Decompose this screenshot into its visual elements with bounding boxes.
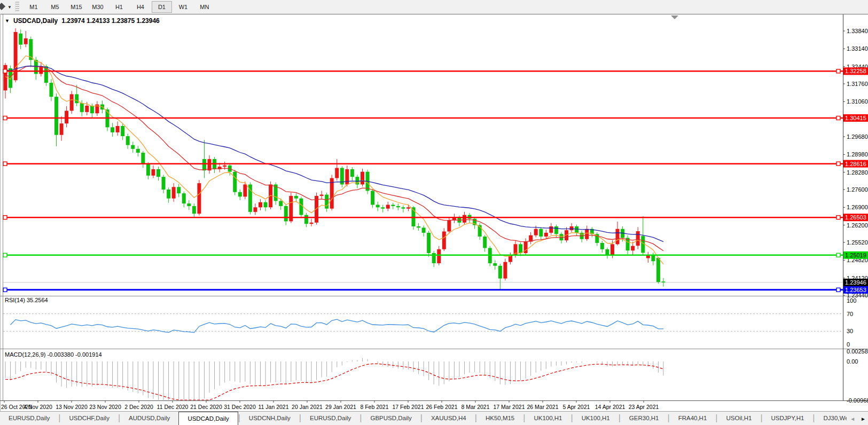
chart-tab-bar: EURUSD,Daily|USDCHF,Daily|AUDUSD,DailyUS… bbox=[0, 411, 868, 425]
svg-text:1.31060: 1.31060 bbox=[847, 98, 868, 105]
tab-usdjpy-h1[interactable]: USDJPY,H1 bbox=[763, 412, 813, 425]
svg-text:1.27600: 1.27600 bbox=[847, 186, 868, 193]
macd-signal-line bbox=[5, 364, 663, 400]
macd-indicator-label: MACD(12,26,9) -0.003380 -0.001914 bbox=[5, 351, 102, 358]
svg-text:5 Apr 2021: 5 Apr 2021 bbox=[563, 404, 590, 410]
svg-text:21 Dec 2020: 21 Dec 2020 bbox=[190, 404, 222, 410]
level-price-label-1.26503: 1.26503 bbox=[843, 214, 868, 221]
svg-text:1.23653: 1.23653 bbox=[845, 287, 866, 293]
tab-xauusd-h4[interactable]: XAUUSD,H4 bbox=[423, 412, 475, 425]
tab-audusd-daily[interactable]: AUDUSD,Daily bbox=[120, 412, 178, 425]
tab-scroll-controls: ◄ ► bbox=[847, 412, 866, 425]
tab-usdchf-daily[interactable]: USDCHF,Daily bbox=[60, 412, 118, 425]
ma-slow-line bbox=[5, 66, 663, 242]
level-line-1.30415[interactable] bbox=[3, 116, 843, 120]
timeframe-button-h4[interactable]: H4 bbox=[130, 1, 151, 13]
svg-text:1.28280: 1.28280 bbox=[847, 169, 868, 176]
svg-text:0.00258: 0.00258 bbox=[847, 348, 868, 355]
svg-text:1.26900: 1.26900 bbox=[847, 204, 868, 210]
timeframe-button-h1[interactable]: H1 bbox=[109, 1, 129, 13]
level-line-1.28616[interactable] bbox=[3, 162, 843, 166]
svg-text:1.29680: 1.29680 bbox=[847, 133, 868, 140]
timeframe-button-m15[interactable]: M15 bbox=[66, 1, 87, 13]
tab-fra40-h1[interactable]: FRA40,H1 bbox=[670, 412, 716, 425]
timeframe-button-d1[interactable]: D1 bbox=[152, 1, 172, 13]
svg-text:23 Apr 2021: 23 Apr 2021 bbox=[629, 404, 659, 410]
level-price-label-1.32258: 1.32258 bbox=[843, 67, 868, 75]
svg-text:-0.009687: -0.009687 bbox=[847, 397, 868, 404]
date-axis: 26 Oct 20204 Nov 202013 Nov 202023 Nov 2… bbox=[1, 400, 659, 410]
symbol-ohlc-values: 1.23974 1.24133 1.23875 1.23946 bbox=[61, 17, 160, 25]
svg-text:8 Feb 2021: 8 Feb 2021 bbox=[360, 404, 388, 410]
level-price-label-1.25019: 1.25019 bbox=[843, 251, 868, 259]
svg-text:17 Mar 2021: 17 Mar 2021 bbox=[494, 404, 525, 410]
ma-mid-line bbox=[5, 66, 663, 251]
tab-usoil-h1[interactable]: USOil,H1 bbox=[717, 412, 760, 425]
svg-text:70: 70 bbox=[847, 311, 853, 317]
tab-usdcnh-daily[interactable]: USDCNH,Daily bbox=[240, 412, 299, 425]
svg-text:17 Feb 2021: 17 Feb 2021 bbox=[393, 404, 424, 410]
svg-text:26 Feb 2021: 26 Feb 2021 bbox=[426, 404, 458, 410]
macd-axis: 0.002580.00-0.009687 bbox=[847, 348, 868, 404]
svg-text:1.33140: 1.33140 bbox=[847, 45, 868, 52]
chart-shift-marker[interactable] bbox=[671, 15, 678, 19]
current-price-label: 1.23946 bbox=[843, 279, 868, 286]
collapse-triangle-icon[interactable]: ▼ bbox=[5, 18, 10, 23]
candles bbox=[4, 28, 666, 290]
timeframe-button-m5[interactable]: M5 bbox=[45, 1, 65, 13]
svg-text:26 Mar 2021: 26 Mar 2021 bbox=[527, 404, 559, 410]
tab-eurusd-daily[interactable]: EURUSD,Daily bbox=[301, 412, 359, 425]
chart-cursor-icon[interactable] bbox=[0, 3, 6, 11]
dropdown-arrow-icon[interactable]: ▼ bbox=[7, 5, 12, 10]
timeframe-toolbar: M1M5M15M30H1H4D1W1MN bbox=[24, 1, 215, 13]
svg-text:31 Dec 2020: 31 Dec 2020 bbox=[224, 404, 256, 410]
svg-text:1.28616: 1.28616 bbox=[845, 161, 866, 167]
svg-text:1.30415: 1.30415 bbox=[845, 115, 866, 121]
chart-frame bbox=[0, 14, 868, 411]
tabs-scroll-right-icon[interactable]: ► bbox=[861, 416, 866, 422]
svg-text:1.25520: 1.25520 bbox=[847, 239, 868, 246]
mt4-window: ▼ M1M5M15M30H1H4D1W1MN 1.338401.331401.3… bbox=[0, 0, 868, 425]
level-price-label-1.28616: 1.28616 bbox=[843, 160, 868, 168]
svg-text:11 Jan 2021: 11 Jan 2021 bbox=[258, 404, 288, 410]
level-price-label-1.23653: 1.23653 bbox=[843, 286, 868, 294]
tab-usdcad-daily[interactable]: USDCAD,Daily bbox=[178, 412, 238, 425]
svg-text:2 Dec 2020: 2 Dec 2020 bbox=[124, 404, 153, 410]
svg-text:1.32258: 1.32258 bbox=[845, 68, 866, 74]
tab-gbpusd-daily[interactable]: GBPUSD,Daily bbox=[362, 412, 420, 425]
tab-ger30-h1[interactable]: GER30,H1 bbox=[621, 412, 668, 425]
level-line-1.23653[interactable] bbox=[3, 288, 843, 292]
timeframe-button-m30[interactable]: M30 bbox=[88, 1, 108, 13]
svg-text:1.23946: 1.23946 bbox=[845, 279, 866, 286]
svg-text:30: 30 bbox=[847, 328, 853, 334]
macd-histogram bbox=[5, 358, 663, 400]
tab-uk100-h1[interactable]: UK100,H1 bbox=[525, 412, 570, 425]
svg-text:29 Jan 2021: 29 Jan 2021 bbox=[325, 404, 356, 410]
svg-text:23 Nov 2020: 23 Nov 2020 bbox=[89, 404, 121, 410]
svg-text:13 Nov 2020: 13 Nov 2020 bbox=[56, 404, 88, 410]
svg-text:1.33840: 1.33840 bbox=[847, 28, 868, 34]
svg-text:11 Dec 2020: 11 Dec 2020 bbox=[157, 404, 189, 410]
tab-eurusd-daily[interactable]: EURUSD,Daily bbox=[0, 412, 58, 425]
symbol-title: USDCAD,Daily bbox=[13, 17, 58, 25]
svg-text:1.28980: 1.28980 bbox=[847, 151, 868, 158]
symbol-header[interactable]: ▼ USDCAD,Daily 1.23974 1.24133 1.23875 1… bbox=[5, 17, 160, 25]
tab-hk50-m15[interactable]: HK50,M15 bbox=[477, 412, 523, 425]
svg-text:8 Mar 2021: 8 Mar 2021 bbox=[461, 404, 489, 410]
price-chart-canvas[interactable]: 1.338401.331401.324401.317601.310601.303… bbox=[0, 14, 868, 411]
timeframe-button-mn[interactable]: MN bbox=[194, 1, 215, 13]
svg-text:1.26503: 1.26503 bbox=[845, 214, 866, 221]
timeframe-button-w1[interactable]: W1 bbox=[173, 1, 193, 13]
tabs-scroll-left-icon[interactable]: ◄ bbox=[850, 416, 855, 422]
svg-text:1.31760: 1.31760 bbox=[847, 81, 868, 87]
level-line-1.32258[interactable] bbox=[3, 69, 843, 73]
svg-text:0.00: 0.00 bbox=[847, 358, 858, 365]
charts-menu[interactable]: ▼ bbox=[0, 0, 14, 14]
svg-text:20 Jan 2021: 20 Jan 2021 bbox=[292, 404, 323, 410]
chart-window: 1.338401.331401.324401.317601.310601.303… bbox=[0, 14, 868, 411]
tab-uk100-h1[interactable]: UK100,H1 bbox=[573, 412, 619, 425]
svg-text:0: 0 bbox=[847, 341, 850, 348]
timeframe-button-m1[interactable]: M1 bbox=[24, 1, 44, 13]
level-line-1.25019[interactable] bbox=[3, 253, 843, 257]
rsi-line bbox=[11, 319, 663, 333]
